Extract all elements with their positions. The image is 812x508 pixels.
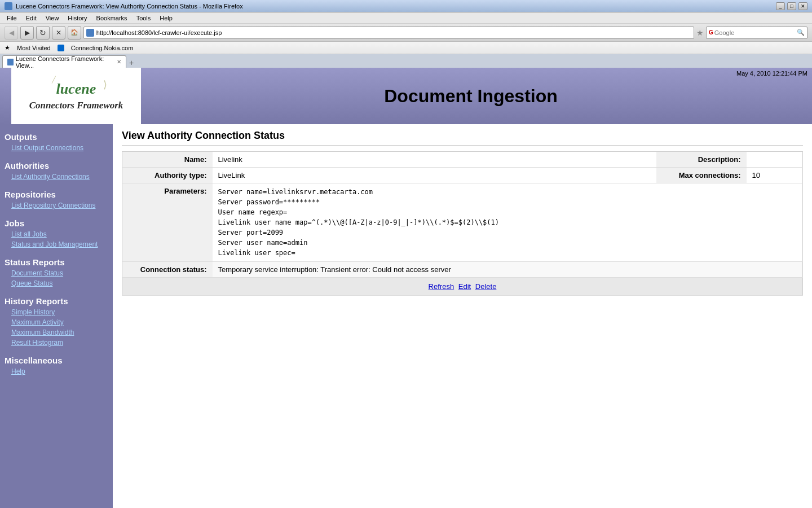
edit-link[interactable]: Edit bbox=[458, 282, 471, 291]
active-tab[interactable]: Lucene Connectors Framework: View... ✕ bbox=[2, 55, 126, 68]
sidebar-section-status-reports: Status Reports bbox=[0, 254, 113, 268]
menu-help[interactable]: Help bbox=[155, 15, 177, 21]
bookmark-star[interactable]: ★ bbox=[696, 28, 704, 37]
search-input[interactable] bbox=[714, 29, 797, 36]
maximize-button[interactable]: □ bbox=[787, 2, 796, 10]
sidebar-section-history-reports: History Reports bbox=[0, 293, 113, 307]
param-line: Server password=********* bbox=[218, 197, 797, 207]
datetime: May 4, 2010 12:21:44 PM bbox=[736, 70, 807, 77]
tab-close-button[interactable]: ✕ bbox=[117, 59, 121, 65]
address-input[interactable] bbox=[96, 29, 691, 36]
detail-table: Name: Livelink Description: Authority ty… bbox=[122, 151, 803, 296]
search-logo: G bbox=[709, 29, 713, 36]
home-button[interactable]: 🏠 bbox=[68, 26, 81, 40]
refresh-button[interactable]: ↻ bbox=[36, 26, 50, 40]
body-area: Outputs List Output Connections Authorit… bbox=[0, 124, 812, 508]
menu-file[interactable]: File bbox=[2, 15, 21, 21]
menu-view[interactable]: View bbox=[41, 15, 64, 21]
page-icon bbox=[86, 29, 94, 37]
sidebar-link-list-authority-connections[interactable]: List Authority Connections bbox=[0, 172, 113, 182]
logo-text-framework: Connectors Framework bbox=[29, 100, 123, 111]
authority-type-row: Authority type: LiveLink Max connections… bbox=[122, 168, 803, 183]
sidebar-link-list-all-jobs[interactable]: List all Jobs bbox=[0, 229, 113, 239]
name-value: Livelink bbox=[213, 152, 656, 168]
parameters-value: Server name=livelinksrvr.metacarta.comSe… bbox=[213, 183, 803, 262]
search-box: G 🔍 bbox=[706, 27, 807, 39]
delete-link[interactable]: Delete bbox=[475, 282, 497, 291]
tab-label: Lucene Connectors Framework: View... bbox=[16, 55, 113, 69]
page-title-area: Document Ingestion bbox=[141, 86, 801, 107]
menu-bar: File Edit View History Bookmarks Tools H… bbox=[0, 12, 812, 24]
name-label: Name: bbox=[122, 152, 213, 168]
view-title: View Authority Connection Status bbox=[122, 130, 803, 146]
sidebar-link-simple-history[interactable]: Simple History bbox=[0, 307, 113, 317]
browser-titlebar: Lucene Connectors Framework: View Author… bbox=[0, 0, 812, 12]
bookmarks-bar: ★ Most Visited Connecting.Nokia.com bbox=[0, 42, 812, 54]
sidebar-link-status-job-management[interactable]: Status and Job Management bbox=[0, 239, 113, 249]
action-cell: Refresh Edit Delete bbox=[122, 278, 803, 296]
sidebar-section-repositories: Repositories bbox=[0, 186, 113, 200]
sidebar-link-list-output-connections[interactable]: List Output Connections bbox=[0, 143, 113, 153]
menu-edit[interactable]: Edit bbox=[21, 15, 41, 21]
sidebar-link-maximum-bandwidth[interactable]: Maximum Bandwidth bbox=[0, 327, 113, 338]
parameters-text: Server name=livelinksrvr.metacarta.comSe… bbox=[218, 187, 797, 258]
bookmark-icon-nokia bbox=[58, 45, 64, 51]
window-controls[interactable]: _ □ ✕ bbox=[776, 2, 807, 10]
address-bar: ★ bbox=[83, 27, 704, 39]
minimize-button[interactable]: _ bbox=[776, 2, 785, 10]
back-button[interactable]: ◀ bbox=[5, 26, 18, 40]
logo-wing-left: ╱ bbox=[52, 76, 56, 84]
parameters-label: Parameters: bbox=[122, 183, 213, 262]
menu-bookmarks[interactable]: Bookmarks bbox=[92, 15, 132, 21]
search-icon[interactable]: 🔍 bbox=[797, 29, 805, 36]
authority-type-label: Authority type: bbox=[122, 168, 213, 183]
bookmark-nokia[interactable]: Connecting.Nokia.com bbox=[71, 45, 134, 51]
sidebar: Outputs List Output Connections Authorit… bbox=[0, 124, 113, 508]
parameters-row: Parameters: Server name=livelinksrvr.met… bbox=[122, 183, 803, 262]
action-row: Refresh Edit Delete bbox=[122, 278, 803, 296]
sidebar-link-maximum-activity[interactable]: Maximum Activity bbox=[0, 317, 113, 327]
sidebar-link-list-repository-connections[interactable]: List Repository Connections bbox=[0, 200, 113, 211]
browser-title: Lucene Connectors Framework: View Author… bbox=[16, 3, 776, 10]
sidebar-section-jobs: Jobs bbox=[0, 215, 113, 229]
new-tab-button[interactable]: + bbox=[126, 58, 136, 68]
sidebar-link-queue-status[interactable]: Queue Status bbox=[0, 278, 113, 288]
connection-status-value: Temporary service interruption: Transien… bbox=[213, 262, 803, 278]
description-value bbox=[747, 152, 803, 168]
main-content: View Authority Connection Status Name: L… bbox=[113, 124, 812, 508]
menu-history[interactable]: History bbox=[63, 15, 91, 21]
sidebar-section-authorities: Authorities bbox=[0, 157, 113, 172]
sidebar-link-help[interactable]: Help bbox=[0, 366, 113, 376]
page-title: Document Ingestion bbox=[384, 86, 558, 107]
param-line: Server name=livelinksrvr.metacarta.com bbox=[218, 187, 797, 197]
param-line: Livelink user name map=^(.*)\\@([A-Z|a-z… bbox=[218, 217, 797, 227]
logo-text-lucene: lucene bbox=[56, 81, 96, 97]
nav-bar: ◀ ▶ ↻ ✕ 🏠 ★ G 🔍 bbox=[0, 24, 812, 42]
param-line: Server port=2099 bbox=[218, 227, 797, 238]
logo-area: ╱ lucene ⟩ Connectors Framework bbox=[11, 68, 141, 124]
most-visited-icon: ★ bbox=[5, 44, 10, 51]
page-header: ╱ lucene ⟩ Connectors Framework Document… bbox=[0, 68, 812, 124]
max-connections-label: Max connections: bbox=[656, 168, 747, 183]
param-line: Server user name=admin bbox=[218, 238, 797, 248]
logo-wing-right: ⟩ bbox=[103, 78, 107, 91]
refresh-link[interactable]: Refresh bbox=[429, 282, 454, 291]
bookmark-most-visited[interactable]: Most Visited bbox=[17, 45, 51, 51]
sidebar-link-document-status[interactable]: Document Status bbox=[0, 268, 113, 278]
sidebar-section-miscellaneous: Miscellaneous bbox=[0, 352, 113, 366]
param-line: Livelink user spec= bbox=[218, 248, 797, 258]
connection-status-label: Connection status: bbox=[122, 262, 213, 278]
sidebar-link-result-histogram[interactable]: Result Histogram bbox=[0, 338, 113, 348]
menu-tools[interactable]: Tools bbox=[132, 15, 156, 21]
forward-button[interactable]: ▶ bbox=[20, 26, 34, 40]
connection-status-row: Connection status: Temporary service int… bbox=[122, 262, 803, 278]
tab-favicon bbox=[7, 59, 14, 65]
browser-icon bbox=[5, 2, 12, 10]
authority-type-value: LiveLink bbox=[213, 168, 656, 183]
close-button[interactable]: ✕ bbox=[798, 2, 807, 10]
description-label: Description: bbox=[656, 152, 747, 168]
address-input-wrapper bbox=[83, 27, 694, 39]
param-line: User name regexp= bbox=[218, 207, 797, 217]
stop-button[interactable]: ✕ bbox=[52, 26, 65, 40]
max-connections-value: 10 bbox=[747, 168, 803, 183]
